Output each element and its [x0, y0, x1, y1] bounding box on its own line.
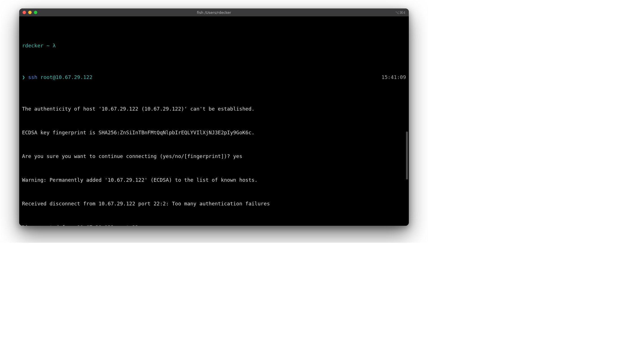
timestamp: 15:41:09 — [381, 73, 406, 81]
terminal-content[interactable]: rdecker ~ λ ❯ ssh root@10.67.29.122 15:4… — [19, 16, 409, 226]
command-arg: root@10.67.29.122 — [40, 74, 92, 80]
prompt-tilde: ~ — [47, 43, 50, 49]
titlebar-shortcut-hint: ⌥⌘4 — [395, 10, 405, 15]
window-title: fish /Users/rdecker — [19, 10, 409, 15]
zoom-icon[interactable] — [34, 11, 37, 14]
prompt-line: rdecker ~ λ — [22, 42, 406, 50]
scrollbar[interactable] — [406, 131, 408, 179]
command-ssh: ssh — [28, 74, 38, 80]
output-line: The authenticity of host '10.67.29.122 (… — [22, 105, 406, 113]
titlebar[interactable]: fish /Users/rdecker ⌥⌘4 — [19, 8, 409, 16]
traffic-lights — [23, 11, 37, 14]
close-icon[interactable] — [23, 11, 26, 14]
output-line: ECDSA key fingerprint is SHA256:ZnSiInTB… — [22, 129, 406, 137]
output-line: Disconnected from 10.67.29.122 port 22 — [22, 223, 406, 226]
terminal-window: fish /Users/rdecker ⌥⌘4 rdecker ~ λ ❯ ss… — [19, 8, 409, 226]
command-line: ❯ ssh root@10.67.29.122 15:41:09 — [22, 73, 406, 81]
prompt-user: rdecker — [22, 43, 43, 49]
prompt-arrow: ❯ — [22, 74, 25, 80]
output-line: Warning: Permanently added '10.67.29.122… — [22, 176, 406, 184]
prompt-lambda: λ — [53, 43, 56, 49]
output-line: Received disconnect from 10.67.29.122 po… — [22, 200, 406, 208]
minimize-icon[interactable] — [28, 11, 32, 14]
output-line: Are you sure you want to continue connec… — [22, 152, 406, 160]
